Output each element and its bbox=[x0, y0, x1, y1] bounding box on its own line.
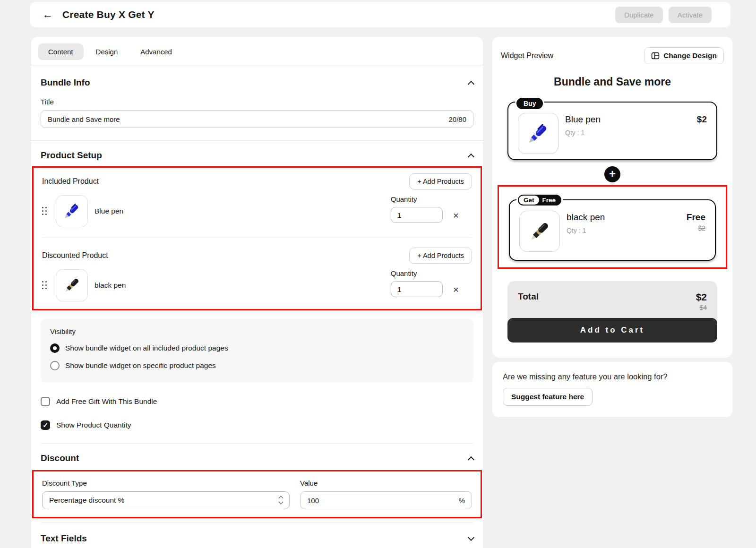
widget-preview-panel: Widget Preview Change Design Bundle and … bbox=[492, 37, 732, 358]
add-products-button-included[interactable]: + Add Products bbox=[409, 173, 472, 189]
drag-handle-icon[interactable] bbox=[42, 207, 47, 215]
tab-bar: Content Design Advanced bbox=[31, 43, 483, 66]
suggest-feature-button[interactable]: Suggest feature here bbox=[503, 388, 593, 406]
total-original-price: $4 bbox=[696, 304, 707, 311]
widget-title: Bundle and Save more bbox=[500, 76, 725, 88]
show-quantity-checkbox-row[interactable]: ✓ Show Product Quantity bbox=[41, 420, 473, 430]
get-free-badge: Get Free bbox=[516, 193, 563, 207]
editor-panel: Content Design Advanced Bundle Info Titl… bbox=[31, 37, 483, 548]
visibility-box: Visibility Show bundle widget on all inc… bbox=[41, 319, 473, 383]
blue-pen-image bbox=[518, 113, 558, 154]
total-box: Total $2 $4 Add to Cart bbox=[507, 281, 717, 342]
visibility-label: Visibility bbox=[50, 327, 464, 335]
tab-content[interactable]: Content bbox=[38, 43, 84, 60]
black-pen-image bbox=[519, 211, 560, 252]
blue-pen-image bbox=[56, 195, 88, 227]
preview-product-price: Free bbox=[687, 212, 705, 223]
included-product-label: Included Product bbox=[42, 177, 99, 186]
plus-icon: + bbox=[604, 166, 620, 182]
annotation-box-product-setup: Included Product + Add Products bbox=[32, 166, 482, 310]
char-counter: 20/80 bbox=[448, 115, 466, 123]
checkbox-unchecked-icon[interactable] bbox=[41, 397, 50, 406]
product-name: black pen bbox=[94, 281, 126, 290]
preview-product-name: black pen bbox=[567, 212, 687, 223]
buy-badge: Buy bbox=[515, 96, 544, 111]
discounted-product-label: Discounted Product bbox=[42, 251, 108, 260]
preview-product-qty: Qty : 1 bbox=[567, 227, 687, 234]
collapse-bundle-info-icon[interactable] bbox=[468, 80, 474, 87]
text-fields-heading: Text Fields bbox=[41, 533, 87, 544]
remove-product-icon[interactable]: × bbox=[453, 210, 459, 220]
collapse-product-setup-icon[interactable] bbox=[468, 153, 474, 160]
drag-handle-icon[interactable] bbox=[42, 281, 47, 290]
product-setup-heading: Product Setup bbox=[41, 150, 102, 161]
discount-value-input[interactable] bbox=[307, 497, 459, 505]
radio-unselected-icon[interactable] bbox=[50, 361, 60, 370]
add-to-cart-button[interactable]: Add to Cart bbox=[507, 318, 717, 342]
page-header: ← Create Buy X Get Y Duplicate Activate bbox=[30, 2, 730, 27]
quantity-input-discounted[interactable] bbox=[391, 281, 443, 297]
duplicate-button[interactable]: Duplicate bbox=[615, 7, 663, 23]
product-name: Blue pen bbox=[94, 207, 123, 215]
bundle-title-input[interactable] bbox=[48, 115, 448, 123]
quantity-input-included[interactable] bbox=[391, 207, 443, 223]
feature-request-question: Are we missing any feature you are looki… bbox=[503, 372, 722, 381]
total-price: $2 bbox=[696, 291, 707, 303]
tab-advanced[interactable]: Advanced bbox=[130, 43, 182, 60]
widget-preview-label: Widget Preview bbox=[501, 51, 553, 60]
discount-type-select[interactable]: Percentage discount % bbox=[42, 491, 290, 509]
discount-value-label: Value bbox=[300, 479, 472, 487]
annotation-box-discount: Discount Type Percentage discount % Valu… bbox=[32, 470, 482, 518]
preview-product-name: Blue pen bbox=[565, 114, 697, 125]
preview-product-price: $2 bbox=[697, 114, 707, 125]
remove-product-icon[interactable]: × bbox=[453, 284, 459, 294]
discount-type-label: Discount Type bbox=[42, 479, 290, 487]
layout-icon bbox=[651, 51, 660, 60]
activate-button[interactable]: Activate bbox=[669, 7, 712, 23]
collapse-discount-icon[interactable] bbox=[468, 456, 474, 462]
preview-product-qty: Qty : 1 bbox=[565, 129, 697, 137]
change-design-button[interactable]: Change Design bbox=[644, 47, 724, 64]
title-label: Title bbox=[41, 98, 473, 106]
black-pen-image bbox=[56, 269, 88, 301]
visibility-option-all[interactable]: Show bundle widget on all included produ… bbox=[50, 343, 464, 353]
free-gift-checkbox-row[interactable]: Add Free Gift With This Bundle bbox=[41, 397, 473, 406]
select-updown-icon bbox=[279, 495, 283, 505]
percent-suffix: % bbox=[459, 497, 465, 505]
page-title: Create Buy X Get Y bbox=[62, 9, 155, 20]
bundle-info-heading: Bundle Info bbox=[41, 77, 90, 88]
quantity-label: Quantity bbox=[391, 269, 417, 277]
preview-buy-card: Buy Blue pen Qty : 1 $2 bbox=[507, 102, 717, 160]
expand-text-fields-icon[interactable] bbox=[468, 534, 474, 540]
preview-get-card: Get Free black pen Qty : 1 bbox=[509, 199, 716, 261]
add-products-button-discounted[interactable]: + Add Products bbox=[409, 248, 472, 264]
discount-heading: Discount bbox=[41, 453, 79, 463]
quantity-label: Quantity bbox=[391, 195, 417, 203]
annotation-box-free-item: Get Free black pen Qty : 1 bbox=[498, 185, 727, 269]
visibility-option-specific[interactable]: Show bundle widget on specific product p… bbox=[50, 361, 464, 370]
back-arrow-icon[interactable]: ← bbox=[43, 9, 53, 20]
tab-design[interactable]: Design bbox=[86, 43, 129, 60]
preview-product-original-price: $2 bbox=[687, 224, 705, 232]
checkbox-checked-icon[interactable]: ✓ bbox=[41, 420, 50, 430]
total-label: Total bbox=[518, 291, 539, 302]
radio-selected-icon[interactable] bbox=[50, 343, 60, 353]
feature-request-card: Are we missing any feature you are looki… bbox=[492, 362, 732, 417]
